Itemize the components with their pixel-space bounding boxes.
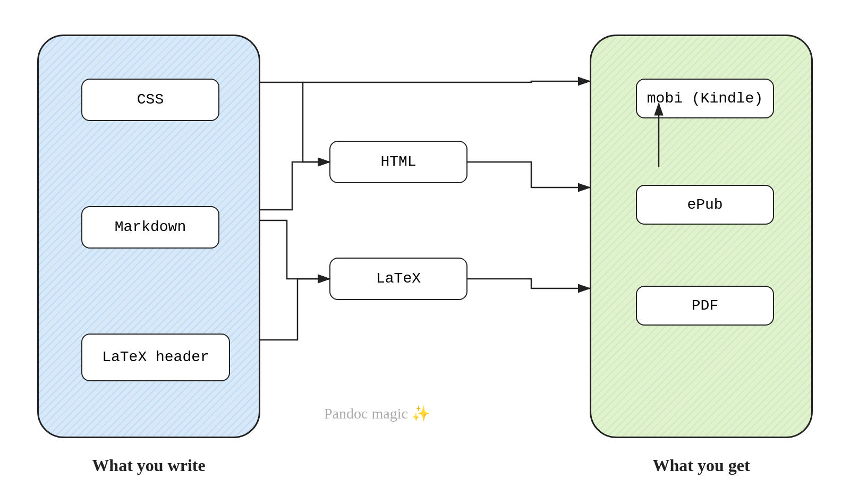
html-box: HTML — [329, 141, 468, 183]
left-panel-label: What you write — [37, 456, 260, 475]
latex-box: LaTeX — [329, 258, 468, 300]
right-panel-label: What you get — [590, 456, 813, 475]
left-panel: CSS Markdown LaTeX header — [37, 35, 260, 438]
epub-box: ePub — [636, 185, 774, 225]
diagram: CSS Markdown LaTeX header mobi (Kindle) … — [27, 19, 823, 486]
pdf-box: PDF — [636, 286, 774, 326]
css-box: CSS — [81, 79, 219, 121]
latex-header-box: LaTeX header — [81, 334, 230, 381]
markdown-box: Markdown — [81, 206, 219, 249]
mobi-box: mobi (Kindle) — [636, 79, 774, 118]
pandoc-label: Pandoc magic ✨ — [324, 405, 430, 422]
right-panel: mobi (Kindle) ePub PDF — [590, 35, 813, 438]
